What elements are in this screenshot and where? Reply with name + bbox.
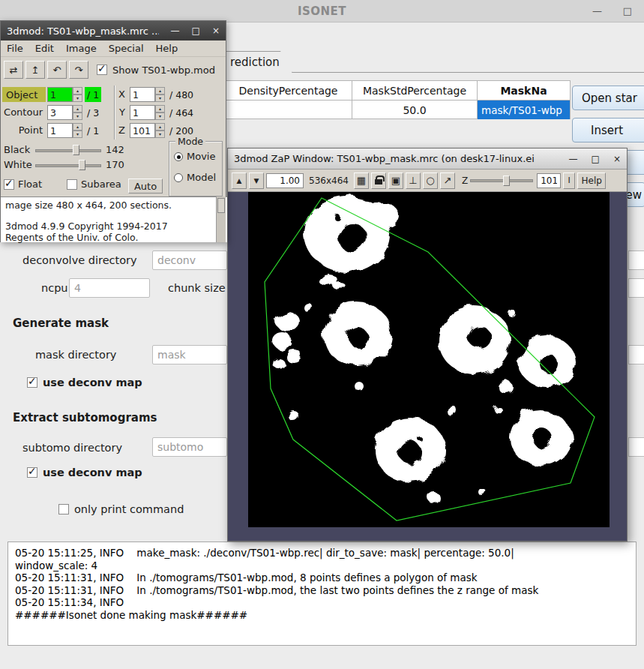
use-deconv-subtomo-checkbox[interactable] xyxy=(27,467,37,478)
spin-down-icon[interactable]: ▾ xyxy=(155,112,165,120)
table-cell-mask-std[interactable]: 50.0 xyxy=(352,100,477,119)
black-slider-handle[interactable] xyxy=(73,145,79,155)
black-slider[interactable] xyxy=(35,149,101,152)
menu-file[interactable]: File xyxy=(1,41,29,56)
spin-up-icon[interactable]: ▴ xyxy=(73,123,82,130)
input-sliver[interactable] xyxy=(628,345,644,364)
minimize-icon[interactable]: — xyxy=(171,26,180,36)
table-header-mask-name[interactable]: MaskNa xyxy=(478,81,570,100)
menu-edit[interactable]: Edit xyxy=(29,41,60,56)
x-spinner[interactable]: 1 ▴▾ xyxy=(130,87,165,102)
table-cell-mask-name-selected[interactable]: mask/TS01-wbp xyxy=(478,100,570,119)
white-slider[interactable] xyxy=(35,164,101,167)
use-deconv-mask-checkbox[interactable] xyxy=(27,377,37,388)
x-max: / 480 xyxy=(167,87,196,102)
point-spinner[interactable]: 1 ▴▾ xyxy=(47,123,82,138)
table-header-density-percentage[interactable]: DensityPercentage xyxy=(225,81,352,100)
spin-up-icon[interactable]: ▴ xyxy=(155,105,165,112)
log-line: window_scale: 4 xyxy=(15,560,629,572)
subtomo-dir-input[interactable] xyxy=(152,437,227,457)
section-slider[interactable] xyxy=(470,172,535,189)
maximize-icon[interactable]: □ xyxy=(592,154,600,164)
close-icon[interactable]: × xyxy=(212,26,220,36)
redo-icon[interactable]: ↷ xyxy=(69,61,88,79)
mode-legend: Mode xyxy=(175,136,205,147)
z-value[interactable]: 101 xyxy=(130,123,155,138)
object-value[interactable]: 1 xyxy=(47,87,73,102)
object-spinner[interactable]: 1 ▴▾ xyxy=(47,87,82,102)
section-up-button[interactable]: ▲ xyxy=(232,172,247,189)
z-spinner[interactable]: 101 ▴▾ xyxy=(130,123,165,138)
menu-special[interactable]: Special xyxy=(103,41,150,56)
input-sliver[interactable] xyxy=(628,437,644,457)
lock-icon[interactable] xyxy=(371,172,386,189)
auto-button[interactable]: Auto xyxy=(128,178,163,194)
maximize-icon[interactable]: □ xyxy=(623,5,632,16)
white-slider-value: 170 xyxy=(106,159,124,170)
spin-up-icon[interactable]: ▴ xyxy=(73,105,82,112)
x-value[interactable]: 1 xyxy=(130,87,155,102)
help-button[interactable]: Help xyxy=(577,172,606,189)
float-checkbox[interactable] xyxy=(4,179,14,190)
spin-up-icon[interactable]: ▴ xyxy=(155,87,165,94)
mode-movie-option[interactable]: Movie xyxy=(174,151,215,162)
section-input[interactable] xyxy=(537,173,561,188)
spin-down-icon[interactable]: ▾ xyxy=(73,130,82,138)
input-sliver[interactable] xyxy=(628,250,644,270)
close-icon[interactable]: × xyxy=(613,154,621,164)
spin-down-icon[interactable]: ▾ xyxy=(155,130,165,138)
checkerboard-icon[interactable]: ▦ xyxy=(354,172,369,189)
menu-image[interactable]: Image xyxy=(60,41,103,56)
contour-value[interactable]: 3 xyxy=(47,105,73,120)
isonet-titlebar[interactable]: ISONET — □ xyxy=(0,0,644,22)
info-scrollbar[interactable] xyxy=(216,196,226,242)
subarea-checkbox[interactable] xyxy=(67,179,77,190)
log-console[interactable]: 05-20 15:11:25, INFO make_mask: ./deconv… xyxy=(7,542,637,646)
menu-help[interactable]: Help xyxy=(150,41,184,56)
undo-icon[interactable]: ↶ xyxy=(47,61,67,79)
show-checkbox[interactable] xyxy=(97,64,107,75)
mask-dir-input[interactable] xyxy=(152,345,227,364)
only-print-command-checkbox[interactable] xyxy=(58,504,69,514)
insert-button[interactable]: Insert xyxy=(572,118,644,142)
maximize-icon[interactable]: □ xyxy=(192,26,200,36)
rubber-band-icon[interactable]: ○ xyxy=(423,172,438,189)
arrow-tool-icon[interactable]: ↗ xyxy=(440,172,455,189)
zap-canvas xyxy=(228,192,627,541)
minimize-icon[interactable]: — xyxy=(569,154,578,164)
contour-spinner[interactable]: 3 ▴▾ xyxy=(47,105,82,120)
ncpu-input[interactable] xyxy=(69,278,150,298)
spin-up-icon[interactable]: ▴ xyxy=(155,123,165,130)
spin-down-icon[interactable]: ▾ xyxy=(73,112,82,120)
y-value[interactable]: 1 xyxy=(130,105,155,120)
tab-prediction[interactable]: rediction xyxy=(222,51,292,73)
spin-down-icon[interactable]: ▾ xyxy=(73,94,82,102)
insert-button[interactable]: I xyxy=(563,172,575,189)
table-header-mask-std-percentage[interactable]: MaskStdPercentage xyxy=(352,81,477,100)
open-star-button[interactable]: Open star xyxy=(572,86,644,110)
imod-info-panel: mage size 480 x 464, 200 sections. 3dmod… xyxy=(1,196,227,242)
model-radio[interactable] xyxy=(174,173,183,182)
snapshot-icon[interactable]: ▣ xyxy=(388,172,403,189)
section-down-button[interactable]: ▼ xyxy=(249,172,264,189)
minimize-icon[interactable]: — xyxy=(592,5,602,16)
zap-titlebar[interactable]: 3dmod ZaP Window: TS01-wbp_mask.mrc (on … xyxy=(228,148,627,170)
insert-point-mode-icon[interactable]: ⊥ xyxy=(406,172,421,189)
white-slider-handle[interactable] xyxy=(79,160,85,170)
page-flip-icon[interactable]: ⇄ xyxy=(4,61,23,79)
mask-slice-view[interactable] xyxy=(248,192,610,527)
y-spinner[interactable]: 1 ▴▾ xyxy=(130,105,165,120)
movie-radio[interactable] xyxy=(174,152,183,161)
zoom-input[interactable] xyxy=(266,173,304,188)
imod-titlebar[interactable]: 3dmod: TS01-wbp_mask.mrc ... — □ × xyxy=(1,21,226,40)
top-section-icon[interactable]: ↥ xyxy=(25,61,45,79)
spin-down-icon[interactable]: ▾ xyxy=(155,94,165,102)
deconv-dir-input[interactable] xyxy=(152,250,227,270)
scrollbar-thumb[interactable] xyxy=(217,198,225,213)
point-value[interactable]: 1 xyxy=(47,123,73,138)
spin-up-icon[interactable]: ▴ xyxy=(73,87,82,94)
slider-handle[interactable] xyxy=(503,176,510,186)
chunk-size-label: chunk size xyxy=(168,282,226,294)
input-sliver[interactable] xyxy=(628,278,644,298)
mode-model-option[interactable]: Model xyxy=(174,172,216,183)
